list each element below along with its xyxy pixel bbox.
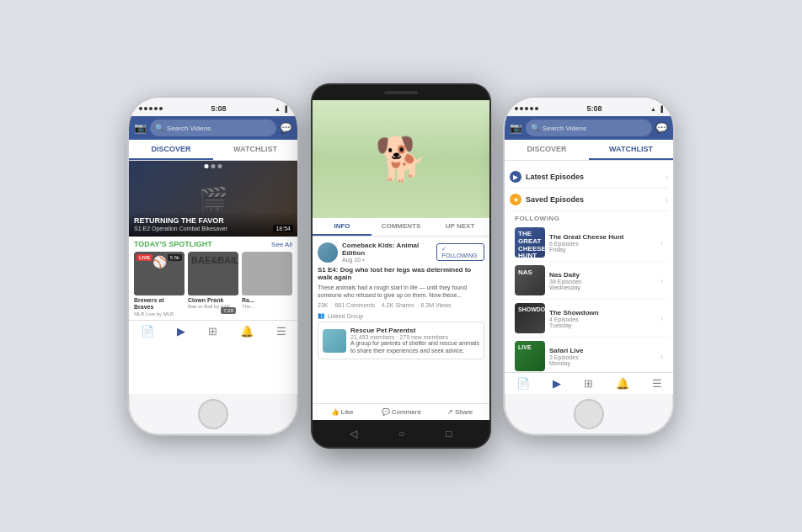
- nav-grid-left[interactable]: ⊞: [208, 325, 217, 338]
- share-action[interactable]: ↗ Share: [430, 404, 489, 420]
- middle-phone: 🐕 INFO COMMENTS UP NEXT Comeback Kids: A…: [313, 85, 489, 447]
- nav-play-right[interactable]: ▶: [553, 377, 561, 390]
- nav-menu-left[interactable]: ☰: [276, 325, 286, 338]
- nav-play-left[interactable]: ▶: [177, 325, 185, 338]
- left-search-bar[interactable]: 🔍 Search Videos: [150, 120, 276, 136]
- left-camera-icon[interactable]: 📷: [134, 122, 147, 134]
- right-search-text: Search Videos: [543, 125, 586, 132]
- tab-watchlist-right[interactable]: WATCHLIST: [589, 140, 673, 160]
- latest-left: ▶ Latest Episodes: [510, 171, 584, 183]
- like-action[interactable]: 👍 Like: [313, 404, 372, 420]
- video-action-bar: 👍 Like 💬 Comment ↗ Share: [313, 403, 489, 420]
- right-bottom-nav: 📄 ▶ ⊞ 🔔 ☰: [505, 372, 673, 394]
- following-section-label: FOLLOWING: [510, 211, 668, 224]
- android-home-button[interactable]: ○: [398, 428, 404, 439]
- nav-bell-right[interactable]: 🔔: [616, 377, 629, 390]
- android-top: [313, 85, 489, 100]
- showdown-info: The Showdown 4 Episodes Tuesday: [549, 309, 656, 328]
- latest-episodes-item[interactable]: ▶ Latest Episodes ›: [510, 166, 668, 189]
- shares-count: 4.2K Shares: [382, 302, 414, 308]
- left-status-icons: ▲ ▐: [275, 106, 287, 112]
- dog-emoji-icon: 🐕: [375, 135, 427, 184]
- linked-group-label: 👥 Linked Group: [318, 312, 484, 319]
- spotlight-title: TODAY'S SPOTLIGHT: [134, 240, 212, 248]
- saved-left: ★ Saved Episodes: [510, 194, 584, 205]
- showdown-day: Tuesday: [549, 322, 656, 328]
- nav-bell-left[interactable]: 🔔: [240, 325, 254, 338]
- right-wifi-icon: ▲: [650, 106, 656, 112]
- tab-info[interactable]: INFO: [313, 218, 372, 236]
- following-showdown[interactable]: SHOWDOWN The Showdown 4 Episodes Tuesday…: [510, 300, 668, 338]
- dog-visual: 🐕: [313, 100, 489, 218]
- android-overview-button[interactable]: □: [446, 428, 452, 439]
- showdown-episodes: 4 Episodes: [549, 317, 656, 322]
- tab-comments[interactable]: COMMENTS: [372, 218, 430, 236]
- hero-dots: [205, 164, 222, 168]
- right-tabs: DISCOVER WATCHLIST: [505, 140, 673, 161]
- comment-action[interactable]: 💬 Comment: [372, 404, 430, 420]
- left-time: 5:08: [211, 104, 227, 113]
- right-status-bar: 5:08 ▲ ▐: [505, 98, 673, 116]
- left-home-button[interactable]: [198, 399, 228, 429]
- safari-thumbnail: LIVE: [515, 341, 545, 371]
- showdown-name: The Showdown: [549, 309, 656, 317]
- safari-day: Monday: [549, 360, 656, 366]
- views-count: 6.3M Views: [420, 302, 451, 308]
- show-name: Comeback Kids: Animal Edition: [342, 242, 432, 257]
- tab-watchlist-left[interactable]: WATCHLIST: [213, 140, 297, 160]
- right-home-button[interactable]: [574, 399, 604, 429]
- nav-menu-right[interactable]: ☰: [652, 377, 662, 390]
- video-grid: ⚾ LIVE 5.5k Brewers at Braves MLB Live b…: [129, 252, 297, 320]
- hero-video[interactable]: 🎬 RETURNING THE FAVOR S1:E2 Operation Co…: [129, 161, 297, 237]
- cheese-day: Friday: [549, 247, 656, 253]
- video-thumb-baseball[interactable]: ⚾ LIVE 5.5k Brewers at Braves MLB Live b…: [134, 252, 184, 317]
- nav-grid-right[interactable]: ⊞: [584, 377, 593, 390]
- video-player[interactable]: 🐕: [313, 100, 489, 218]
- left-bottom-nav: 📄 ▶ ⊞ 🔔 ☰: [129, 320, 297, 342]
- video-thumb-prank[interactable]: BAE&BAIL 7:28 Clown Prank Bae or Bail by…: [188, 252, 238, 317]
- right-camera-icon[interactable]: 📷: [510, 122, 522, 134]
- nav-bookmark-right[interactable]: 📄: [516, 377, 530, 390]
- safari-name: Safari Live: [549, 347, 656, 354]
- video-sub-baseball: MLB Live by MLB: [134, 311, 184, 317]
- left-messenger-icon[interactable]: 💬: [280, 122, 292, 134]
- show-avatar: [318, 242, 338, 263]
- android-speaker: [384, 91, 418, 94]
- android-back-button[interactable]: ◁: [350, 428, 357, 439]
- right-messenger-icon[interactable]: 💬: [655, 122, 668, 134]
- nav-bookmark-left[interactable]: 📄: [141, 325, 154, 338]
- cheese-info: The Great Cheese Hunt 6 Episodes Friday: [549, 233, 656, 253]
- left-fb-header: 📷 🔍 Search Videos 💬: [129, 116, 297, 140]
- right-status-icons: ▲ ▐: [650, 106, 663, 112]
- nas-thumbnail: NAS: [515, 265, 545, 295]
- left-tabs: DISCOVER WATCHLIST: [129, 140, 297, 161]
- video-thumb-misc[interactable]: Ra... The...: [242, 252, 292, 317]
- tab-up-next[interactable]: UP NEXT: [430, 218, 489, 236]
- right-screen: 📷 🔍 Search Videos 💬 DISCOVER WATCHLIST ▶…: [505, 116, 673, 394]
- saved-icon: ★: [510, 194, 521, 205]
- following-nas[interactable]: NAS Nas Daily 38 Episodes Wednesday ›: [510, 262, 668, 300]
- comments-count: 881 Comments: [334, 302, 374, 308]
- cheese-name: The Great Cheese Hunt: [549, 233, 656, 241]
- spotlight-header: TODAY'S SPOTLIGHT See All: [129, 237, 297, 252]
- following-cheese[interactable]: THE GREAT CHEESE HUNT The Great Cheese H…: [510, 224, 668, 262]
- cheese-chevron: ›: [660, 238, 663, 247]
- tab-discover-left[interactable]: DISCOVER: [129, 140, 213, 160]
- misc-thumbnail: [242, 252, 292, 295]
- following-safari[interactable]: LIVE Safari Live 3 Episodes Monday ›: [510, 338, 668, 372]
- right-search-bar[interactable]: 🔍 Search Videos: [526, 120, 652, 136]
- cheese-thumbnail: THE GREAT CHEESE HUNT: [515, 227, 545, 258]
- saved-label: Saved Episodes: [526, 195, 584, 204]
- tab-discover-right[interactable]: DISCOVER: [505, 140, 589, 160]
- nas-episodes: 38 Episodes: [549, 279, 656, 285]
- saved-episodes-item[interactable]: ★ Saved Episodes ›: [510, 189, 668, 211]
- prank-thumbnail: BAE&BAIL: [188, 252, 238, 295]
- video-title-prank: Clown Prank: [188, 297, 238, 304]
- view-count: 5.5k: [168, 254, 182, 261]
- nas-chevron: ›: [660, 276, 663, 285]
- hero-duration: 18:54: [273, 225, 293, 232]
- following-button[interactable]: ✓ FOLLOWING: [436, 243, 484, 261]
- linked-group-box[interactable]: Rescue Pet Parentst 21,493 members · 279…: [318, 322, 484, 359]
- see-all-button[interactable]: See All: [271, 241, 292, 248]
- showdown-thumbnail: SHOWDOWN: [515, 303, 545, 333]
